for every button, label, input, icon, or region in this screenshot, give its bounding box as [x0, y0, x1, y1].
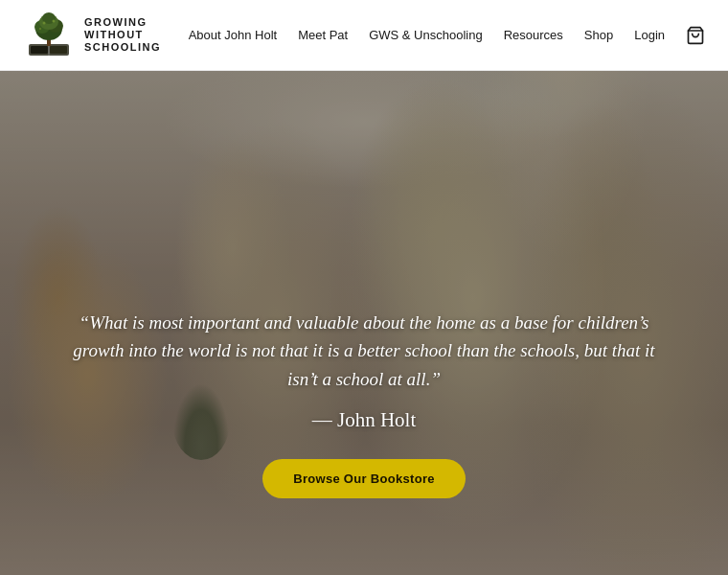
hero-content: “What is most important and valuable abo… — [0, 309, 728, 498]
main-nav: About John Holt Meet Pat GWS & Unschooli… — [189, 26, 705, 45]
nav-resources[interactable]: Resources — [504, 28, 563, 42]
nav-gws-unschooling[interactable]: GWS & Unschooling — [369, 28, 483, 42]
logo[interactable]: GROWING WITHOUT SCHOOLING — [23, 10, 161, 61]
svg-point-11 — [53, 19, 56, 22]
hero-quote: “What is most important and valuable abo… — [57, 309, 671, 393]
svg-rect-2 — [50, 46, 67, 54]
logo-icon — [23, 10, 75, 61]
nav-meet-pat[interactable]: Meet Pat — [298, 28, 348, 42]
svg-point-12 — [39, 27, 41, 29]
site-header: GROWING WITHOUT SCHOOLING About John Hol… — [0, 0, 728, 71]
logo-text: GROWING WITHOUT SCHOOLING — [84, 16, 161, 55]
nav-about-john-holt[interactable]: About John Holt — [189, 28, 278, 42]
browse-bookstore-button[interactable]: Browse Our Bookstore — [262, 459, 466, 498]
hero-section: “What is most important and valuable abo… — [0, 71, 728, 575]
svg-point-10 — [43, 21, 46, 24]
cart-icon[interactable] — [686, 26, 705, 45]
hero-attribution: — John Holt — [57, 408, 671, 432]
nav-shop[interactable]: Shop — [584, 28, 613, 42]
svg-rect-1 — [31, 46, 48, 54]
nav-login[interactable]: Login — [634, 28, 665, 42]
